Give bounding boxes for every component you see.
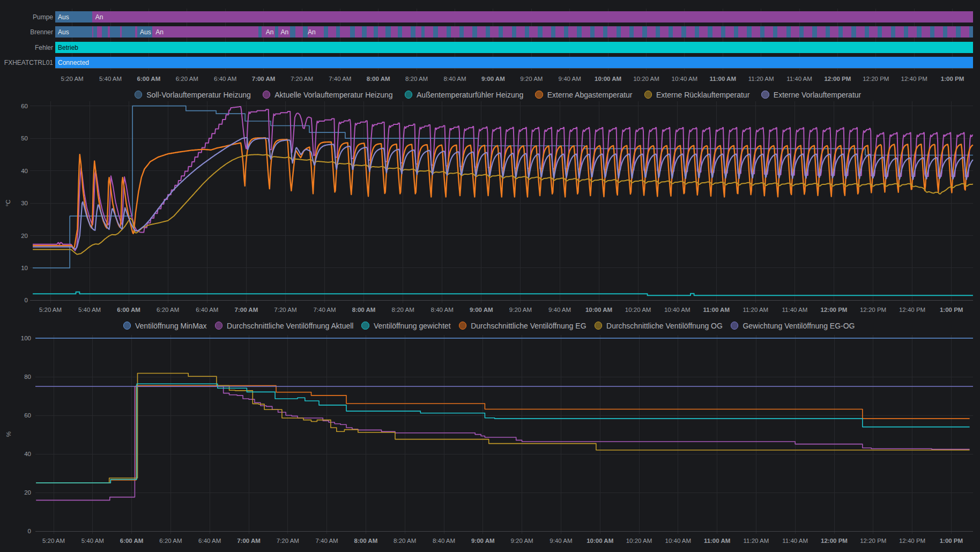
svg-text:8:00 AM: 8:00 AM <box>352 307 376 313</box>
svg-text:9:20 AM: 9:20 AM <box>510 538 533 544</box>
svg-text:8:40 AM: 8:40 AM <box>431 307 454 313</box>
svg-text:10:20 AM: 10:20 AM <box>633 76 659 82</box>
svg-text:10:40 AM: 10:40 AM <box>665 538 692 544</box>
svg-text:12:20 PM: 12:20 PM <box>863 76 889 82</box>
svg-text:6:00 AM: 6:00 AM <box>120 538 144 544</box>
svg-text:7:20 AM: 7:20 AM <box>277 538 299 544</box>
svg-text:°C: °C <box>5 200 11 207</box>
svg-text:60: 60 <box>21 103 28 109</box>
svg-text:5:20 AM: 5:20 AM <box>42 538 65 544</box>
svg-text:11:20 AM: 11:20 AM <box>748 76 774 82</box>
svg-text:6:20 AM: 6:20 AM <box>176 76 198 82</box>
svg-text:10:00 AM: 10:00 AM <box>595 76 621 82</box>
svg-text:6:00 AM: 6:00 AM <box>117 307 140 313</box>
svg-text:11:00 AM: 11:00 AM <box>710 76 736 82</box>
svg-text:12:20 PM: 12:20 PM <box>860 538 886 544</box>
svg-text:80: 80 <box>24 374 31 380</box>
svg-text:Pumpe: Pumpe <box>33 13 53 21</box>
svg-text:1:00 PM: 1:00 PM <box>940 538 963 544</box>
svg-text:Brenner: Brenner <box>30 28 53 36</box>
svg-text:9:00 AM: 9:00 AM <box>481 76 505 82</box>
svg-text:1:00 PM: 1:00 PM <box>940 307 963 313</box>
svg-text:9:40 AM: 9:40 AM <box>550 538 572 544</box>
svg-text:7:00 AM: 7:00 AM <box>252 76 276 82</box>
svg-text:7:40 AM: 7:40 AM <box>315 538 338 544</box>
svg-text:10:40 AM: 10:40 AM <box>664 307 691 313</box>
svg-text:60: 60 <box>24 412 31 419</box>
svg-text:11:40 AM: 11:40 AM <box>782 307 808 313</box>
svg-text:12:00 PM: 12:00 PM <box>821 538 848 544</box>
svg-text:8:40 AM: 8:40 AM <box>433 538 455 544</box>
svg-text:9:20 AM: 9:20 AM <box>509 307 532 313</box>
svg-text:7:40 AM: 7:40 AM <box>313 307 336 313</box>
svg-text:8:20 AM: 8:20 AM <box>394 538 416 544</box>
svg-text:8:40 AM: 8:40 AM <box>443 76 466 82</box>
svg-text:7:00 AM: 7:00 AM <box>235 307 258 313</box>
svg-text:%: % <box>5 431 12 437</box>
svg-text:20: 20 <box>21 233 28 239</box>
svg-text:An: An <box>266 28 274 36</box>
svg-text:6:20 AM: 6:20 AM <box>157 307 179 313</box>
svg-text:50: 50 <box>21 135 28 141</box>
svg-text:7:20 AM: 7:20 AM <box>274 307 296 313</box>
svg-text:40: 40 <box>24 451 31 457</box>
svg-text:Aus: Aus <box>58 13 69 21</box>
svg-text:8:00 AM: 8:00 AM <box>367 76 390 82</box>
svg-text:Fehler: Fehler <box>35 44 53 51</box>
svg-text:Connected: Connected <box>58 59 89 66</box>
svg-text:An: An <box>308 28 316 36</box>
svg-text:11:40 AM: 11:40 AM <box>786 76 812 82</box>
svg-text:11:20 AM: 11:20 AM <box>744 538 769 544</box>
svg-text:5:40 AM: 5:40 AM <box>99 76 122 82</box>
svg-text:11:40 AM: 11:40 AM <box>782 538 808 544</box>
svg-text:10:00 AM: 10:00 AM <box>585 307 612 313</box>
svg-text:5:20 AM: 5:20 AM <box>39 307 62 313</box>
svg-text:9:40 AM: 9:40 AM <box>559 76 581 82</box>
svg-text:5:40 AM: 5:40 AM <box>81 538 104 544</box>
svg-text:10:20 AM: 10:20 AM <box>626 538 652 544</box>
svg-text:10:40 AM: 10:40 AM <box>672 76 698 82</box>
svg-text:5:40 AM: 5:40 AM <box>78 307 101 313</box>
svg-text:100: 100 <box>21 335 31 341</box>
svg-text:8:20 AM: 8:20 AM <box>392 307 414 313</box>
svg-text:6:40 AM: 6:40 AM <box>198 538 221 544</box>
svg-text:An: An <box>281 28 289 36</box>
svg-text:Aus: Aus <box>58 28 69 36</box>
svg-text:6:40 AM: 6:40 AM <box>214 76 236 82</box>
svg-text:9:20 AM: 9:20 AM <box>520 76 543 82</box>
svg-text:6:00 AM: 6:00 AM <box>137 76 161 82</box>
svg-text:12:40 PM: 12:40 PM <box>899 307 925 313</box>
svg-text:12:40 PM: 12:40 PM <box>901 76 927 82</box>
svg-text:7:00 AM: 7:00 AM <box>237 538 261 544</box>
svg-text:12:00 PM: 12:00 PM <box>824 76 851 82</box>
svg-text:6:40 AM: 6:40 AM <box>196 307 218 313</box>
svg-text:8:00 AM: 8:00 AM <box>354 538 378 544</box>
svg-text:9:00 AM: 9:00 AM <box>470 307 493 313</box>
svg-text:0: 0 <box>25 297 28 303</box>
svg-text:9:40 AM: 9:40 AM <box>548 307 571 313</box>
svg-text:An: An <box>95 13 103 21</box>
svg-text:Betrieb: Betrieb <box>58 44 78 51</box>
svg-text:7:20 AM: 7:20 AM <box>291 76 313 82</box>
svg-text:40: 40 <box>21 168 28 174</box>
svg-text:12:40 PM: 12:40 PM <box>899 538 925 544</box>
svg-text:6:20 AM: 6:20 AM <box>159 538 182 544</box>
svg-text:12:00 PM: 12:00 PM <box>821 307 848 313</box>
svg-text:5:20 AM: 5:20 AM <box>61 76 83 82</box>
svg-text:11:00 AM: 11:00 AM <box>704 538 730 544</box>
svg-text:8:20 AM: 8:20 AM <box>405 76 428 82</box>
svg-text:20: 20 <box>24 489 31 496</box>
svg-text:7:40 AM: 7:40 AM <box>329 76 351 82</box>
svg-text:11:00 AM: 11:00 AM <box>703 307 730 313</box>
svg-text:30: 30 <box>21 200 28 206</box>
svg-text:12:20 PM: 12:20 PM <box>860 307 886 313</box>
svg-text:Aus: Aus <box>140 28 151 36</box>
svg-text:FXHEATCTRL01: FXHEATCTRL01 <box>4 59 53 66</box>
svg-text:An: An <box>155 28 164 36</box>
svg-text:1:00 PM: 1:00 PM <box>941 76 964 82</box>
svg-text:10: 10 <box>21 265 28 271</box>
svg-text:0: 0 <box>28 528 31 534</box>
svg-text:10:20 AM: 10:20 AM <box>625 307 651 313</box>
svg-text:10:00 AM: 10:00 AM <box>586 538 613 544</box>
svg-text:9:00 AM: 9:00 AM <box>471 538 495 544</box>
